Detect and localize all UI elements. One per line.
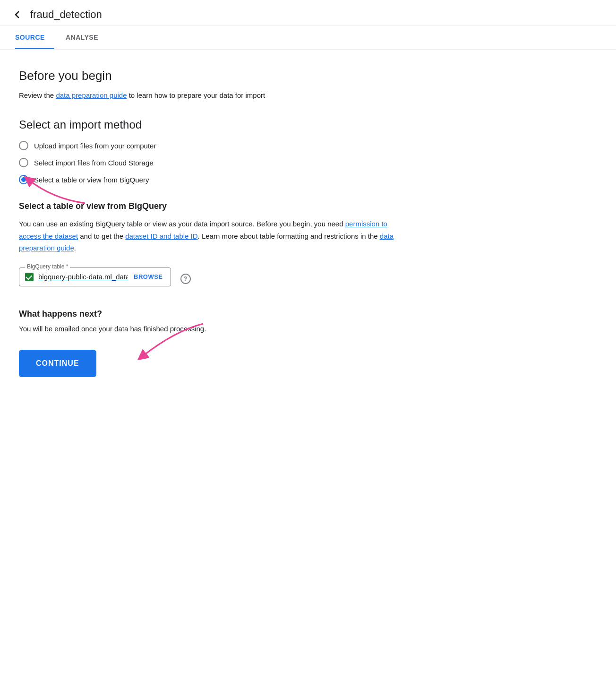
- bigquery-table-input[interactable]: [38, 273, 128, 281]
- radio-label-bigquery: Select a table or view from BigQuery: [34, 176, 149, 184]
- dataset-id-link[interactable]: dataset ID and table ID: [125, 232, 197, 240]
- before-begin-text-prefix: Review the: [19, 91, 56, 99]
- radio-option-bigquery[interactable]: Select a table or view from BigQuery: [19, 175, 406, 184]
- bigquery-desc-part3: . Learn more about table formatting and …: [198, 232, 380, 240]
- continue-section: CONTINUE: [19, 350, 406, 377]
- before-begin-text-suffix: to learn how to prepare your data for im…: [127, 91, 265, 99]
- browse-button[interactable]: BROWSE: [134, 273, 163, 280]
- continue-button[interactable]: CONTINUE: [19, 350, 96, 377]
- radio-option-cloud-storage[interactable]: Select import files from Cloud Storage: [19, 158, 406, 167]
- page-title: fraud_detection: [30, 9, 102, 21]
- what-next-section: What happens next? You will be emailed o…: [19, 309, 406, 333]
- radio-label-cloud-storage: Select import files from Cloud Storage: [34, 159, 154, 167]
- back-button[interactable]: [11, 9, 23, 20]
- bigquery-desc-part2: and to get the: [78, 232, 125, 240]
- radio-label-upload: Upload import files from your computer: [34, 142, 156, 150]
- radio-option-bigquery-wrapper: Select a table or view from BigQuery: [19, 175, 406, 184]
- before-begin-section: Before you begin Review the data prepara…: [19, 69, 406, 101]
- radio-circle-cloud-storage: [19, 158, 28, 167]
- bigquery-desc-part1: You can use an existing BigQuery table o…: [19, 220, 345, 228]
- import-method-section: Select an import method Upload import fi…: [19, 118, 406, 184]
- help-icon[interactable]: ?: [180, 274, 191, 284]
- main-content: Before you begin Review the data prepara…: [0, 50, 425, 406]
- back-arrow-icon: [11, 9, 23, 20]
- header: fraud_detection: [0, 0, 616, 26]
- radio-circle-bigquery: [19, 175, 28, 184]
- bigquery-desc-part4: .: [74, 244, 76, 252]
- radio-circle-upload: [19, 141, 28, 150]
- before-begin-title: Before you begin: [19, 69, 406, 83]
- what-next-description: You will be emailed once your data has f…: [19, 325, 406, 333]
- bigquery-section-title: Select a table or view from BigQuery: [19, 201, 406, 211]
- import-method-title: Select an import method: [19, 118, 406, 131]
- bigquery-section: Select a table or view from BigQuery You…: [19, 201, 406, 290]
- radio-option-upload[interactable]: Upload import files from your computer: [19, 141, 406, 150]
- bigquery-description: You can use an existing BigQuery table o…: [19, 218, 406, 254]
- before-begin-description: Review the data preparation guide to lea…: [19, 90, 406, 101]
- tabs-bar: SOURCE ANALYSE: [0, 26, 616, 50]
- what-next-title: What happens next?: [19, 309, 406, 319]
- table-valid-checkbox: [25, 273, 34, 281]
- bigquery-table-input-group: BigQuery table * BROWSE: [19, 267, 171, 286]
- import-method-radio-group: Upload import files from your computer S…: [19, 141, 406, 184]
- tab-analyse[interactable]: ANALYSE: [66, 26, 108, 49]
- tab-source[interactable]: SOURCE: [15, 26, 54, 49]
- bigquery-table-label: BigQuery table *: [25, 263, 70, 270]
- data-prep-guide-link-1[interactable]: data preparation guide: [56, 91, 127, 99]
